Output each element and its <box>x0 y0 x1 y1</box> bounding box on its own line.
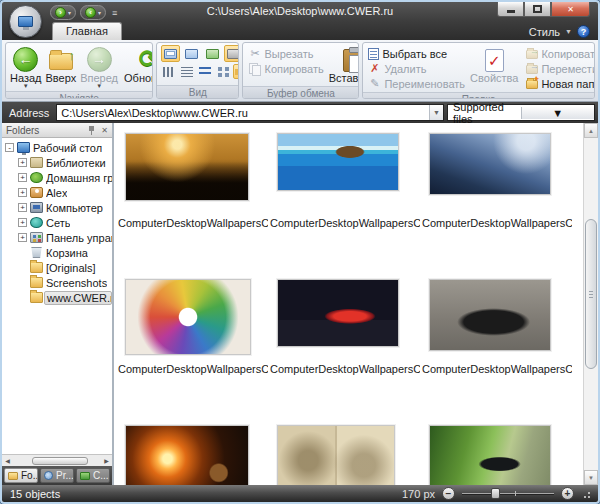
address-dropdown-button[interactable]: ▼ <box>429 105 443 120</box>
tree-item[interactable]: Корзина <box>2 245 112 260</box>
rename-button[interactable]: Переименовать <box>365 76 468 91</box>
slider-thumb[interactable] <box>491 488 500 499</box>
view-folders-panel-button[interactable] <box>161 45 180 62</box>
file-caption: ComputerDesktopWallpapersCollecti... <box>116 215 268 229</box>
hscroll-thumb[interactable] <box>32 457 88 465</box>
delete-button[interactable]: Удалить <box>365 61 468 76</box>
paste-icon <box>337 45 359 73</box>
view-thumbnails-button[interactable] <box>233 64 239 79</box>
thumbnail-red-car <box>277 279 399 347</box>
tree-item[interactable]: www.CWER.ru <box>2 290 112 305</box>
refresh-button[interactable]: ⟳Обновить <box>122 44 153 85</box>
cut-button[interactable]: Вырезать <box>245 46 326 61</box>
hscroll-track[interactable] <box>13 456 101 466</box>
zoom-slider[interactable] <box>462 487 554 500</box>
vscroll-thumb[interactable] <box>585 219 597 369</box>
view-extra-panel-button[interactable] <box>224 45 239 62</box>
view-tiles-button[interactable] <box>215 64 231 79</box>
file-item[interactable]: ComputerDesktopWallpapersCollecti... <box>268 417 420 485</box>
tree-item[interactable]: +Домашняя гру <box>2 170 112 185</box>
tree-item[interactable]: Screenshots <box>2 275 112 290</box>
panel-icon <box>206 49 219 59</box>
minimize-button[interactable] <box>497 2 524 17</box>
pin-icon[interactable] <box>88 126 96 135</box>
tree-item[interactable]: +Компьютер <box>2 200 112 215</box>
tree-expander[interactable]: + <box>18 203 27 212</box>
select-all-button[interactable]: Выбрать все <box>365 46 468 61</box>
file-caption: ComputerDesktopWallpapersCollecti... <box>420 215 572 229</box>
tree-expander[interactable]: + <box>18 158 27 167</box>
horizontal-scrollbar[interactable]: ◀ ▶ <box>2 454 112 466</box>
properties-button[interactable]: ✓Свойства <box>468 44 520 85</box>
tree-expander[interactable]: + <box>18 218 27 227</box>
tree-expander[interactable]: + <box>18 173 27 182</box>
file-item[interactable]: ComputerDesktopWallpapersCollecti... <box>420 125 572 271</box>
file-item[interactable]: ComputerDesktopWallpapersCollecti... <box>116 125 268 271</box>
close-button[interactable]: ✕ <box>551 2 590 17</box>
thumbnail-wrap <box>268 125 420 215</box>
file-item[interactable]: ComputerDesktopWallpapersCollecti... <box>268 271 420 417</box>
maximize-button[interactable] <box>524 2 551 17</box>
panel-tab[interactable]: Fo... <box>4 468 38 483</box>
new-folder-button[interactable]: Новая папка <box>522 76 595 91</box>
view-columns-button[interactable] <box>161 64 177 79</box>
tree-item[interactable]: -Рабочий стол <box>2 140 112 155</box>
style-menu[interactable]: Стиль ▼ ? <box>521 25 598 40</box>
scroll-up-icon[interactable]: ▲ <box>584 123 598 138</box>
file-list-area: ComputerDesktopWallpapersCollecti...Comp… <box>114 123 598 485</box>
scroll-right-icon[interactable]: ▶ <box>101 457 112 464</box>
panel-tab[interactable]: Pr... <box>40 468 74 483</box>
app-menu-button[interactable] <box>9 5 42 38</box>
address-input[interactable] <box>57 105 429 120</box>
zoom-out-button[interactable]: − <box>442 487 455 500</box>
select-all-icon <box>368 48 379 60</box>
scroll-down-icon[interactable]: ▼ <box>584 470 598 485</box>
help-icon[interactable]: ? <box>577 25 590 38</box>
app-window: ›▾ ‹▾ ≡ C:\Users\Alex\Desktop\www.CWER.r… <box>0 0 600 504</box>
tree-expander[interactable]: - <box>5 143 14 152</box>
zoom-in-button[interactable]: + <box>561 487 574 500</box>
tiles-icon <box>218 67 229 77</box>
back-button[interactable]: ←Назад▼ <box>8 44 44 90</box>
file-item[interactable]: ComputerDesktopWallpapersCollecti... <box>420 271 572 417</box>
view-info-panel-button[interactable] <box>203 45 222 62</box>
tree-item[interactable]: [Originals] <box>2 260 112 275</box>
qat-back-button[interactable]: ‹▾ <box>80 5 106 20</box>
slider-tick <box>515 491 516 496</box>
tree-expander[interactable]: + <box>18 188 27 197</box>
zoom-size-label: 170 px <box>402 488 435 500</box>
panel-tab[interactable]: C... <box>76 468 110 483</box>
thumbnail-forest-road <box>429 425 551 485</box>
tree-item[interactable]: +Сеть <box>2 215 112 230</box>
copy-button[interactable]: Копировать <box>245 61 326 76</box>
chevron-down-icon[interactable]: ▾ <box>98 9 101 16</box>
panel-tab-label: Fo... <box>21 470 38 481</box>
tab-home[interactable]: Главная <box>52 22 122 40</box>
tree-item[interactable]: +Панель управл <box>2 230 112 245</box>
qat-customize-button[interactable]: ≡ <box>110 8 119 18</box>
tree-item[interactable]: +Alex <box>2 185 112 200</box>
view-preview-panel-button[interactable] <box>182 45 201 62</box>
copy-to-button[interactable]: Копировать в ... <box>522 46 595 61</box>
view-details-button[interactable] <box>179 64 195 79</box>
resize-grip[interactable] <box>581 489 590 498</box>
view-list-button[interactable] <box>197 64 213 79</box>
file-grid: ComputerDesktopWallpapersCollecti...Comp… <box>116 125 572 485</box>
qat-forward-button[interactable]: ›▾ <box>50 5 76 20</box>
group-label-navigate: Navigate <box>6 91 152 99</box>
filter-combo[interactable]: Supported files ▼ <box>447 104 595 121</box>
close-panel-icon[interactable]: ✕ <box>101 126 108 135</box>
vertical-scrollbar[interactable]: ▲ ▼ <box>583 123 598 485</box>
forward-button[interactable]: →Вперед▼ <box>78 44 120 90</box>
file-item[interactable]: ComputerDesktopWallpapersCollecti... <box>116 417 268 485</box>
scroll-left-icon[interactable]: ◀ <box>2 457 13 464</box>
up-button[interactable]: ↑Вверх <box>44 44 79 85</box>
file-item[interactable]: ComputerDesktopWallpapersCollecti... <box>420 417 572 485</box>
chevron-down-icon[interactable]: ▾ <box>68 9 71 16</box>
filter-dropdown-button[interactable]: ▼ <box>521 107 595 119</box>
tree-expander[interactable]: + <box>18 233 27 242</box>
paste-button[interactable]: Вставить <box>327 44 360 85</box>
file-item[interactable]: ComputerDesktopWallpapersCollecti... <box>116 271 268 417</box>
tree-item[interactable]: +Библиотеки <box>2 155 112 170</box>
file-item[interactable]: ComputerDesktopWallpapersCollecti... <box>268 125 420 271</box>
